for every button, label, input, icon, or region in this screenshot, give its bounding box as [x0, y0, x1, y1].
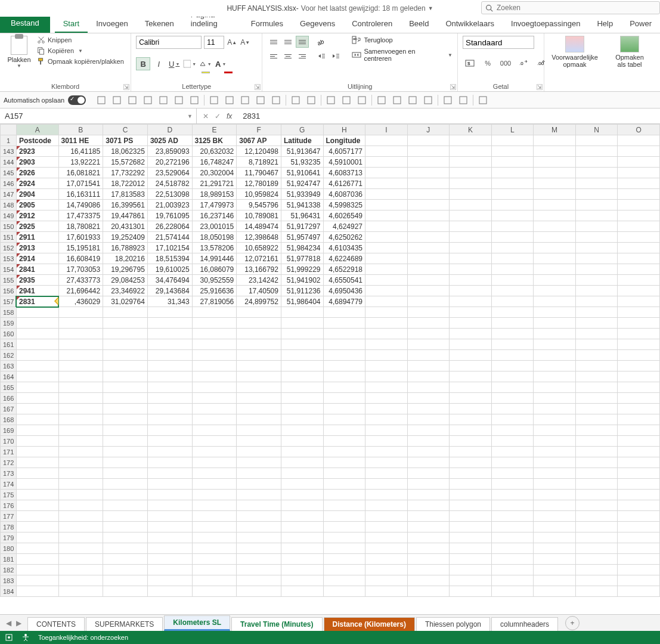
- cell[interactable]: [534, 468, 576, 479]
- cell[interactable]: [365, 532, 408, 543]
- cell[interactable]: 51,999229: [281, 264, 323, 275]
- cell[interactable]: [575, 221, 618, 232]
- row-header[interactable]: 160: [1, 329, 17, 339]
- cell[interactable]: [534, 221, 576, 232]
- cell[interactable]: 17,732292: [103, 168, 148, 178]
- cell[interactable]: [58, 532, 103, 543]
- cell[interactable]: [407, 490, 450, 500]
- cell[interactable]: [534, 511, 576, 522]
- chart-icon[interactable]: [441, 94, 455, 107]
- cell[interactable]: 24,899752: [237, 296, 281, 307]
- cell[interactable]: [365, 168, 408, 178]
- cell[interactable]: 4,6950436: [323, 286, 365, 296]
- cell[interactable]: [491, 243, 534, 253]
- cell[interactable]: [365, 404, 408, 414]
- cell[interactable]: 16,41185: [58, 146, 103, 157]
- cell[interactable]: [16, 554, 58, 565]
- cell[interactable]: [281, 575, 323, 586]
- cell[interactable]: [103, 329, 148, 339]
- cell[interactable]: [281, 393, 323, 404]
- copy-icon[interactable]: [238, 94, 252, 107]
- cell[interactable]: [618, 275, 660, 286]
- cell[interactable]: [58, 318, 103, 329]
- cell[interactable]: [365, 554, 408, 565]
- cell[interactable]: [450, 447, 492, 457]
- cell[interactable]: [365, 178, 408, 189]
- cell[interactable]: 18,062325: [103, 146, 148, 157]
- cell[interactable]: [103, 414, 148, 425]
- cell[interactable]: 16,237146: [192, 210, 237, 221]
- cell[interactable]: [365, 425, 408, 436]
- cell[interactable]: 18,780821: [58, 221, 103, 232]
- cell[interactable]: 19,610025: [147, 264, 192, 275]
- cell[interactable]: [192, 511, 237, 522]
- cell[interactable]: [575, 361, 618, 371]
- cell[interactable]: [237, 532, 281, 543]
- cell[interactable]: [192, 532, 237, 543]
- cell[interactable]: [192, 425, 237, 436]
- cell[interactable]: [323, 447, 365, 457]
- row-header[interactable]: 147: [1, 189, 17, 200]
- cell[interactable]: 2914: [16, 253, 58, 264]
- cell[interactable]: [365, 318, 408, 329]
- cell[interactable]: [450, 264, 492, 275]
- cell[interactable]: [618, 350, 660, 361]
- cell[interactable]: 2913: [16, 243, 58, 253]
- cell[interactable]: [192, 447, 237, 457]
- cell[interactable]: [323, 565, 365, 575]
- cell[interactable]: [618, 500, 660, 511]
- cell[interactable]: [491, 554, 534, 565]
- cell[interactable]: 21,003923: [147, 200, 192, 210]
- cell[interactable]: [365, 371, 408, 382]
- cell[interactable]: 14,489474: [237, 221, 281, 232]
- cell[interactable]: 11,790467: [237, 168, 281, 178]
- cell[interactable]: [281, 586, 323, 597]
- cell[interactable]: [491, 307, 534, 318]
- cell[interactable]: [365, 339, 408, 350]
- cell[interactable]: 17,601933: [58, 232, 103, 243]
- cell[interactable]: [281, 339, 323, 350]
- cell[interactable]: [450, 586, 492, 597]
- cell[interactable]: [407, 232, 450, 243]
- tab-file[interactable]: Bestand: [0, 14, 50, 33]
- cell[interactable]: 31,343: [147, 296, 192, 307]
- cell[interactable]: [575, 575, 618, 586]
- cell[interactable]: [237, 339, 281, 350]
- cell[interactable]: [281, 350, 323, 361]
- cell[interactable]: [407, 554, 450, 565]
- cell[interactable]: [16, 371, 58, 382]
- cell[interactable]: [407, 457, 450, 468]
- cell[interactable]: [450, 382, 492, 393]
- cell[interactable]: [16, 393, 58, 404]
- cell[interactable]: [147, 318, 192, 329]
- cell[interactable]: 23,14242: [237, 275, 281, 286]
- cell[interactable]: [534, 200, 576, 210]
- cell[interactable]: [323, 436, 365, 447]
- cell[interactable]: [575, 511, 618, 522]
- row-header[interactable]: 153: [1, 253, 17, 264]
- cell[interactable]: [407, 210, 450, 221]
- cell[interactable]: [407, 447, 450, 457]
- pivot-icon[interactable]: [456, 94, 470, 107]
- cell[interactable]: [491, 371, 534, 382]
- cell[interactable]: [534, 554, 576, 565]
- cell[interactable]: [407, 436, 450, 447]
- cell[interactable]: [407, 404, 450, 414]
- cell[interactable]: [491, 522, 534, 532]
- cell[interactable]: [491, 532, 534, 543]
- tab-addins[interactable]: Invoegtoepassingen: [503, 16, 588, 33]
- cell[interactable]: [618, 157, 660, 168]
- cell[interactable]: [103, 586, 148, 597]
- cell[interactable]: 29,143684: [147, 286, 192, 296]
- accessibility-icon[interactable]: [21, 633, 30, 642]
- cell[interactable]: 4,6083713: [323, 168, 365, 178]
- cell[interactable]: 16,163111: [58, 189, 103, 200]
- cell[interactable]: [534, 146, 576, 157]
- fx-icon[interactable]: fx: [227, 112, 232, 120]
- column-header-N[interactable]: N: [575, 125, 618, 135]
- cell[interactable]: [450, 554, 492, 565]
- cell[interactable]: [575, 479, 618, 490]
- cell[interactable]: [323, 371, 365, 382]
- cell[interactable]: [575, 296, 618, 307]
- cell[interactable]: 10,959824: [237, 189, 281, 200]
